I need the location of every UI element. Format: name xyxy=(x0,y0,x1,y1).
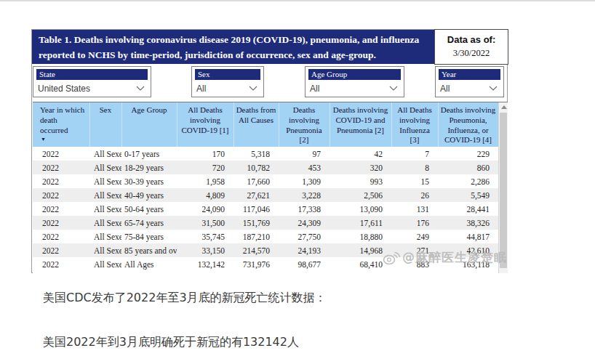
year-dropdown-value: All xyxy=(440,84,450,94)
table-cell: 2022 xyxy=(33,216,89,230)
table-cell: 38,326 xyxy=(438,216,498,230)
table-cell: 214,570 xyxy=(233,243,279,257)
filter-state-label: State xyxy=(36,69,148,80)
table-cell: 97 xyxy=(279,147,330,161)
table-cell: 28,441 xyxy=(438,202,498,216)
table-cell: 13,090 xyxy=(330,202,391,216)
table-cell: 271 xyxy=(391,243,438,257)
table-cell: 35,745 xyxy=(177,230,233,243)
table-cell: 8 xyxy=(391,161,438,174)
table-cell: 24,193 xyxy=(279,243,330,257)
table-cell: 993 xyxy=(330,174,391,188)
table-cell: 42 xyxy=(330,147,391,161)
table-cell: 2,506 xyxy=(330,188,391,202)
table-row: 2022All SexesAll Ages132,142731,97698,67… xyxy=(33,257,498,271)
table-row: 2022All Sexes65-74 years31,500151,76924,… xyxy=(33,216,498,230)
table-cell: 4,809 xyxy=(177,188,233,202)
scrollbar-thumb[interactable] xyxy=(500,113,507,268)
table-cell: 5,318 xyxy=(233,147,279,161)
sex-dropdown[interactable]: All xyxy=(196,81,259,97)
table-cell: All Sexes xyxy=(89,188,121,202)
column-header[interactable]: All Deaths involving COVID-19 [1] xyxy=(177,102,233,147)
filter-state: State United States xyxy=(33,66,151,97)
table-cell: 17,338 xyxy=(279,202,330,216)
table-cell: 24,309 xyxy=(279,216,330,230)
table-cell: 15 xyxy=(391,174,438,188)
column-header[interactable]: Sex xyxy=(89,102,121,147)
table-cell: 33,150 xyxy=(177,243,233,257)
cdc-dashboard: Table 1. Deaths involving coronavirus di… xyxy=(31,29,508,273)
table-cell: 42,610 xyxy=(438,243,498,257)
table-cell: 1,958 xyxy=(177,174,233,188)
column-header[interactable]: All Deaths involving Influenza [3] xyxy=(391,102,438,147)
table-row: 2022All Sexes0-17 years1705,31897427229 xyxy=(33,147,498,161)
year-dropdown[interactable]: All xyxy=(440,81,499,97)
table-cell: 75-84 years xyxy=(121,230,177,243)
column-header[interactable]: Deaths from All Causes xyxy=(233,102,279,147)
table-cell: 132,142 xyxy=(177,257,233,271)
data-table: Year in which death occurred▼SexAge Grou… xyxy=(33,102,508,273)
column-header[interactable]: Age Group xyxy=(121,102,177,147)
table-cell: 26 xyxy=(391,188,438,202)
column-header-label: All Deaths involving Influenza [3] xyxy=(397,105,431,144)
chevron-down-icon xyxy=(389,86,398,92)
table-cell: 176 xyxy=(391,216,438,230)
table-cell: 453 xyxy=(279,161,330,174)
table-row: 2022All Sexes30-39 years1,95817,6601,309… xyxy=(33,174,498,188)
table-cell: 2022 xyxy=(33,257,89,271)
table-cell: 720 xyxy=(177,161,233,174)
filter-sex: Sex All xyxy=(191,66,264,97)
table-cell: 131 xyxy=(391,202,438,216)
data-as-of-label: Data as of: xyxy=(435,34,508,45)
table-cell: 151,769 xyxy=(233,216,279,230)
table-cell: 24,090 xyxy=(177,202,233,216)
scroll-up-icon[interactable] xyxy=(501,105,507,109)
deaths-table: Year in which death occurred▼SexAge Grou… xyxy=(33,102,499,271)
age-group-dropdown-value: All xyxy=(310,84,319,94)
table-cell: 27,750 xyxy=(279,230,330,243)
table-cell: 2022 xyxy=(33,243,89,257)
table-row: 2022All Sexes50-64 years24,090117,04617,… xyxy=(33,202,498,216)
data-as-of-box: Data as of: 3/30/2022 xyxy=(434,29,508,65)
column-header-label: Deaths involving Pneumonia, Influenza, o… xyxy=(441,105,495,144)
filter-sex-label: Sex xyxy=(195,69,260,80)
data-as-of-date: 3/30/2022 xyxy=(435,48,508,59)
column-header[interactable]: Deaths involving Pneumonia, Influenza, o… xyxy=(438,102,498,147)
table-cell: 3,228 xyxy=(279,188,330,202)
table-cell: 163,118 xyxy=(438,257,498,271)
column-header[interactable]: Deaths involving COVID-19 and Pneumonia … xyxy=(330,102,391,147)
table-cell: 68,410 xyxy=(330,257,391,271)
table-cell: 187,210 xyxy=(233,230,279,243)
table-scrollbar[interactable] xyxy=(498,102,508,273)
state-dropdown[interactable]: United States xyxy=(38,81,146,97)
table-cell: 320 xyxy=(330,161,391,174)
state-dropdown-value: United States xyxy=(38,84,90,94)
column-header[interactable]: Year in which death occurred▼ xyxy=(33,102,89,147)
table-cell: 17,660 xyxy=(233,174,279,188)
filter-age-group: Age Group All xyxy=(305,66,404,97)
age-group-dropdown[interactable]: All xyxy=(310,81,399,97)
table-cell: 31,500 xyxy=(177,216,233,230)
table-row: 2022All Sexes75-84 years35,745187,21027,… xyxy=(33,230,498,243)
caption-line-1: 美国CDC发布了2022年至3月底的新冠死亡统计数据： xyxy=(43,291,327,306)
table-cell: 30-39 years xyxy=(121,174,177,188)
sort-desc-icon[interactable]: ▼ xyxy=(41,137,46,143)
column-header[interactable]: Deaths involving Pneumonia [2] xyxy=(279,102,330,147)
table-cell: All Sexes xyxy=(89,161,121,174)
table-cell: 50-64 years xyxy=(121,202,177,216)
table-row: 2022All Sexes40-49 years4,80927,6213,228… xyxy=(33,188,498,202)
chevron-down-icon xyxy=(249,86,257,92)
column-header-label: Year in which death occurred xyxy=(40,105,84,134)
table-cell: 98,677 xyxy=(279,257,330,271)
page: Table 1. Deaths involving coronavirus di… xyxy=(0,0,595,364)
table-cell: 5,549 xyxy=(438,188,498,202)
table-cell: 27,621 xyxy=(233,188,279,202)
table-cell: 2,286 xyxy=(438,174,498,188)
caption-line-2: 美国2022年到3月底明确死于新冠的有132142人 xyxy=(43,335,299,350)
table-cell: 117,046 xyxy=(233,202,279,216)
table-cell: 85 years and over xyxy=(121,243,177,257)
table-cell: 731,976 xyxy=(233,257,279,271)
table-cell: 65-74 years xyxy=(121,216,177,230)
table-cell: All Sexes xyxy=(89,202,121,216)
table-cell: 170 xyxy=(177,147,233,161)
